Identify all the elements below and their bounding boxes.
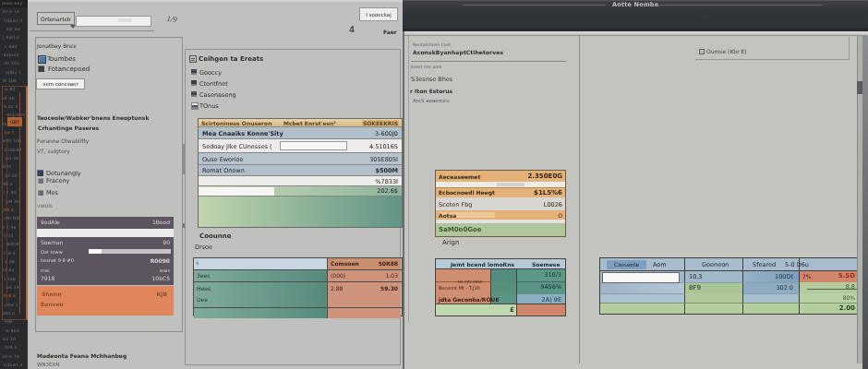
midright-line-1: S3esnse Bhes xyxy=(411,76,452,83)
row-value: 305E805I xyxy=(369,156,398,163)
row-value: $1L5%6 xyxy=(534,189,562,196)
row-cell xyxy=(600,282,685,293)
sidebar-orange-chip: GBY xyxy=(7,117,22,126)
checkbox-icon-detunangly[interactable] xyxy=(37,170,43,176)
sidebar-row: 6dBu 1 xyxy=(6,70,21,75)
top-right-button[interactable]: I sooeckaj xyxy=(359,7,398,21)
checkbox-icon-fotancepoed[interactable] xyxy=(38,65,44,72)
row-label: Ecbocnoedl Heegt xyxy=(439,189,495,196)
table-header: 4 Comsoen 50R88 xyxy=(194,258,402,270)
header-cell: 4 xyxy=(194,258,328,269)
para-2: Crhantinge Paseres xyxy=(38,125,99,131)
table-input[interactable] xyxy=(280,141,347,150)
row-value: L0026 xyxy=(544,201,562,208)
orange-label-1: Shnnn xyxy=(42,291,61,297)
fraction-glyph: 1/9 xyxy=(165,15,176,23)
midright-divider xyxy=(411,61,566,62)
cell-value: 302.0 xyxy=(776,284,793,292)
row-value: %7833I xyxy=(375,178,398,185)
table-row: Soeman 90 xyxy=(37,237,174,247)
checkbox-icon-mes[interactable] xyxy=(38,190,43,196)
cell-value: 2.88 xyxy=(331,285,343,292)
row-cell: 2.88 59.30 xyxy=(328,282,401,307)
row-label: besnat 9-8-#0 xyxy=(41,257,74,263)
table-row: Hees Dee 2.88 59.30 xyxy=(194,282,402,308)
item-icon-casenaseng[interactable] xyxy=(191,91,197,97)
sidebar-row: 3O.6 16 xyxy=(2,354,19,359)
toolbar-text-input[interactable] xyxy=(76,16,151,27)
item-fraceny[interactable]: Fraceny xyxy=(46,177,69,184)
table-row: Sedoay Jlke CUnesses ( 4.51016S xyxy=(199,139,402,153)
oumse-label: Oumse (Kbr E) xyxy=(706,48,747,54)
cell-label: 3ees xyxy=(197,272,210,279)
sidebar-row: Odawt 3 xyxy=(4,363,22,367)
midright-line-3: ArcS aoaerceu xyxy=(413,98,450,103)
table-row: Sceten Fbg L0026 xyxy=(436,197,565,210)
table-row: SaM0o0Goe xyxy=(436,223,565,236)
orange-value-1: KJB xyxy=(157,291,167,297)
sidebar-row: Odawt 3 xyxy=(4,18,22,23)
right-scrollbar-thumb[interactable] xyxy=(857,81,862,94)
row-cell xyxy=(743,303,800,314)
cell-value: 59.30 xyxy=(380,285,398,292)
caption-drsoe: Drsoe xyxy=(195,244,212,251)
window-titlebar[interactable]: Aotte Nombe xyxy=(403,0,868,31)
sidebar-top-label: eooo eey xyxy=(2,1,22,6)
oumse-underline xyxy=(695,59,849,60)
cell-label: jdta Geconba/ROUE xyxy=(439,296,500,303)
item-icon-tonus[interactable] xyxy=(191,102,199,110)
sidebar-row: 3O.6 16 xyxy=(2,9,19,14)
report-dropdown[interactable]: Ortonartsb xyxy=(37,12,75,25)
table-row: 9odAie 1Bood xyxy=(37,217,174,229)
header-label: Soemese xyxy=(532,261,560,268)
content-border xyxy=(404,35,867,36)
sidebar-row: 3d/ 4w xyxy=(6,27,20,31)
mid-item-tonus[interactable]: TOnus xyxy=(199,102,219,110)
sidebar-row: x 66d xyxy=(5,44,18,49)
cell-value: 8F9 xyxy=(689,284,701,292)
header-label: Aom xyxy=(653,261,667,268)
row-input-box[interactable] xyxy=(199,187,274,196)
row-cell xyxy=(491,281,517,294)
row-label: Aotsa xyxy=(439,212,456,219)
sidebar-row: 30 3du xyxy=(4,61,19,65)
progress-bar xyxy=(89,249,171,254)
sidebar-row: 0d4 6 xyxy=(5,345,18,350)
item-fotancepoed[interactable]: Fotancepoed xyxy=(48,65,90,73)
header-label: 5-0 D6u xyxy=(785,261,809,268)
window-title: Aotte Nombe xyxy=(612,1,658,8)
row-value: 202.6$ xyxy=(377,187,398,195)
row-label: Mea Cnaaiks Konne'Sity xyxy=(202,130,283,137)
checkbox-icon-fraceny[interactable] xyxy=(38,178,43,184)
row-value: O xyxy=(558,212,562,219)
item-icon-ctontfnet[interactable] xyxy=(191,80,197,86)
table-row xyxy=(194,308,402,318)
screen: eooo eey 3O.6 16Odawt 33d/ 4w| 4wd 6x 66… xyxy=(0,0,868,369)
budget-table: Scirtoniness Onuseron Mcbet Enrst'esn² S… xyxy=(198,118,403,228)
sidebar-row: -4e0um xyxy=(2,53,19,57)
table-row: besnat 9-8-#0 R0090 xyxy=(37,256,174,266)
row-label: 9odAie xyxy=(41,219,60,225)
middle-box-scroll-mark xyxy=(183,223,185,228)
mid-item-gooccy[interactable]: Gooccy xyxy=(199,69,222,77)
table-row: Mea Cnaaiks Konne'Sity 3-600J0 xyxy=(199,127,402,139)
cell-value: 9456% xyxy=(540,283,561,291)
vem-concsaer-button[interactable]: vem concsaer xyxy=(36,78,85,89)
progress-fill xyxy=(89,249,102,254)
caption-coounne: Coounne xyxy=(199,232,231,240)
left-dark-sidebar: eooo eey 3O.6 16Odawt 33d/ 4w| 4wd 6x 66… xyxy=(0,0,28,369)
row-cell xyxy=(600,303,685,314)
item-detunangly[interactable]: Detunangly xyxy=(46,170,81,177)
item-mes[interactable]: Mes xyxy=(46,189,58,196)
cell-label: Dee xyxy=(197,296,208,303)
mid-item-casenaseng[interactable]: Casenaseng xyxy=(199,91,236,99)
header-value: 50R88 xyxy=(379,260,398,267)
mid-item-ctontfnet[interactable]: Ctontfnet xyxy=(199,80,228,88)
item-icon-gooccy[interactable] xyxy=(191,69,197,75)
cell-label: Hees xyxy=(197,285,211,292)
item-toumbes[interactable]: Toumbes xyxy=(47,55,76,63)
content-top-highlight xyxy=(403,31,868,33)
checkbox-icon-toumbes[interactable] xyxy=(38,55,46,64)
table-input[interactable] xyxy=(602,272,680,283)
oumse-vline xyxy=(849,37,850,60)
